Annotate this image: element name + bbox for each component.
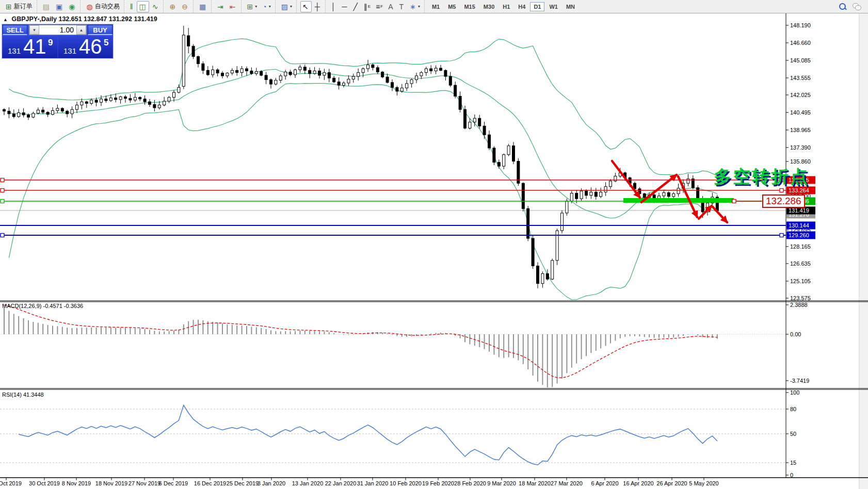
auto-trading-label: 自动交易 bbox=[95, 2, 120, 11]
timeframe-m1-button[interactable]: M1 bbox=[428, 2, 443, 11]
toolbar-group: ▨▾ bbox=[275, 0, 296, 13]
line-chart-mode-icon: ∿ bbox=[152, 3, 158, 10]
chart-annotation-text: 多空转折点 bbox=[714, 165, 809, 189]
ask-price-display[interactable]: 131 46 5 bbox=[58, 36, 112, 58]
chart-profiles-icon: ▤ bbox=[43, 3, 50, 10]
bid-big-digits: 41 bbox=[23, 36, 46, 58]
timeframe-h4-button[interactable]: H4 bbox=[515, 2, 529, 11]
svg-text:130.144: 130.144 bbox=[789, 222, 809, 229]
trend-line-icon: ╱ bbox=[353, 3, 357, 10]
chart-period-dropdown-icon[interactable]: ▾ bbox=[269, 4, 271, 9]
timeframe-w1-button[interactable]: W1 bbox=[545, 2, 561, 11]
chart-shift-button[interactable]: ⇤ bbox=[228, 1, 239, 12]
timeframe-m15-button[interactable]: M15 bbox=[460, 2, 478, 11]
svg-text:25 Dec 2019: 25 Dec 2019 bbox=[227, 480, 259, 486]
svg-text:3 Jan 2020: 3 Jan 2020 bbox=[258, 480, 285, 486]
toolbar-group: ◍自动交易 bbox=[80, 0, 123, 13]
volume-decrease-button[interactable]: ▼ bbox=[29, 25, 39, 35]
timeframe-group: M1M5M15M30H1H4D1W1MN bbox=[424, 0, 581, 13]
cursor-icon: ↖ bbox=[302, 3, 309, 10]
auto-trading-button[interactable]: ◍自动交易 bbox=[84, 1, 121, 12]
templates-button[interactable]: ▨▾ bbox=[279, 1, 294, 12]
svg-text:30 Oct 2019: 30 Oct 2019 bbox=[29, 480, 60, 486]
zoom-out-button[interactable]: ⊖ bbox=[180, 1, 191, 12]
new-chart-icon: ⊞ bbox=[247, 3, 253, 10]
timeframe-d1-button[interactable]: D1 bbox=[530, 2, 544, 11]
crosshair-button[interactable]: ┼ bbox=[313, 1, 323, 12]
toolbar-right-icons bbox=[836, 3, 868, 10]
svg-text:137.390: 137.390 bbox=[790, 144, 811, 151]
sell-button[interactable]: SELL bbox=[3, 25, 27, 35]
new-chart-dropdown-icon[interactable]: ▾ bbox=[255, 4, 257, 9]
chart-period-button[interactable]: ◔▾ bbox=[260, 1, 272, 12]
svg-text:0.00: 0.00 bbox=[790, 331, 801, 337]
chart-canvas[interactable]: 148.190146.660145.085143.555142.025140.4… bbox=[0, 0, 868, 489]
timeframe-h1-button[interactable]: H1 bbox=[499, 2, 513, 11]
chart-area[interactable]: 148.190146.660145.085143.555142.025140.4… bbox=[0, 0, 868, 489]
signals-icon: ◉ bbox=[69, 3, 75, 10]
tile-windows-icon: ▦ bbox=[199, 3, 206, 10]
svg-text:138.965: 138.965 bbox=[790, 127, 811, 133]
text-label-button[interactable]: T bbox=[397, 1, 407, 12]
bar-chart-mode-button[interactable]: ‖ bbox=[128, 1, 136, 12]
cursor-button[interactable]: ↖ bbox=[300, 1, 312, 12]
collapse-triangle-icon[interactable]: ▲ bbox=[3, 17, 8, 22]
mt4-window: ⊞新订单▤▣◉◍自动交易‖◫∿⊕⊖▦⇥⇤⊞▾◔▾▨▾↖┼│─╱∥E≡FAT∗▾M… bbox=[0, 0, 868, 489]
templates-dropdown-icon[interactable]: ▾ bbox=[290, 4, 292, 9]
chart-period-icon: ◔ bbox=[262, 3, 266, 10]
candlestick-mode-button[interactable]: ◫ bbox=[137, 1, 149, 12]
svg-text:27 Nov 2019: 27 Nov 2019 bbox=[128, 480, 160, 486]
chart-profiles-button[interactable]: ▤ bbox=[41, 1, 53, 12]
chat-icon[interactable] bbox=[853, 3, 861, 10]
price-level-callout[interactable]: 132.286 bbox=[762, 194, 805, 208]
timeframe-mn-button[interactable]: MN bbox=[562, 2, 578, 11]
horizontal-line-icon: ─ bbox=[342, 3, 347, 10]
search-icon[interactable] bbox=[839, 3, 846, 10]
data-window-icon: ▣ bbox=[56, 3, 62, 10]
fibonacci-button[interactable]: ≡F bbox=[374, 1, 385, 12]
volume-increase-button[interactable]: ▲ bbox=[76, 25, 86, 35]
volume-value[interactable]: 1.00 bbox=[39, 25, 76, 35]
svg-text:142.025: 142.025 bbox=[790, 92, 811, 98]
svg-text:10 Feb 2020: 10 Feb 2020 bbox=[390, 480, 422, 486]
svg-text:125.105: 125.105 bbox=[790, 278, 811, 284]
svg-text:128.165: 128.165 bbox=[790, 243, 811, 250]
vertical-line-icon: │ bbox=[331, 3, 336, 10]
svg-text:22 Jan 2020: 22 Jan 2020 bbox=[325, 480, 357, 486]
arrows-button[interactable]: ∗▾ bbox=[408, 1, 422, 12]
svg-text:-3.7419: -3.7419 bbox=[790, 378, 809, 384]
trend-line-button[interactable]: ╱ bbox=[351, 1, 360, 12]
arrows-dropdown-icon[interactable]: ▾ bbox=[418, 4, 420, 9]
timeframe-m30-button[interactable]: M30 bbox=[480, 2, 498, 11]
svg-text:100: 100 bbox=[790, 389, 799, 396]
timeframe-m5-button[interactable]: M5 bbox=[444, 2, 459, 11]
svg-text:0: 0 bbox=[790, 472, 793, 478]
equidistant-channel-button[interactable]: ∥E bbox=[362, 1, 373, 12]
signals-button[interactable]: ◉ bbox=[67, 1, 78, 12]
equidistant-channel-icon: ∥ bbox=[364, 3, 367, 10]
svg-text:28 Feb 2020: 28 Feb 2020 bbox=[454, 480, 486, 486]
bid-pip-digit: 9 bbox=[48, 38, 53, 48]
toolbar-group: │─╱∥E≡FAT∗▾ bbox=[325, 0, 424, 13]
svg-text:31 Jan 2020: 31 Jan 2020 bbox=[357, 480, 389, 486]
templates-icon: ▨ bbox=[281, 3, 288, 10]
toolbar-group: ⊞新订单 bbox=[0, 0, 37, 13]
bar-chart-mode-icon: ‖ bbox=[130, 3, 133, 10]
text-button[interactable]: A bbox=[386, 1, 396, 12]
new-order-button[interactable]: ⊞新订单 bbox=[4, 1, 35, 12]
auto-scroll-button[interactable]: ⇥ bbox=[215, 1, 227, 12]
zoom-in-button[interactable]: ⊕ bbox=[167, 1, 179, 12]
bid-price-display[interactable]: 131 41 9 bbox=[3, 36, 57, 58]
horizontal-line-button[interactable]: ─ bbox=[340, 1, 350, 12]
svg-text:5 May 2020: 5 May 2020 bbox=[689, 480, 718, 486]
tile-windows-button[interactable]: ▦ bbox=[197, 1, 209, 12]
line-chart-mode-button[interactable]: ∿ bbox=[150, 1, 162, 12]
bid-prefix: 131 bbox=[8, 46, 21, 55]
data-window-button[interactable]: ▣ bbox=[54, 1, 66, 12]
buy-button[interactable]: BUY bbox=[88, 25, 112, 35]
vertical-line-button[interactable]: │ bbox=[329, 1, 339, 12]
svg-text:19 Feb 2020: 19 Feb 2020 bbox=[422, 480, 454, 486]
svg-text:145.085: 145.085 bbox=[790, 57, 811, 63]
new-chart-button[interactable]: ⊞▾ bbox=[245, 1, 260, 12]
one-click-trading-panel: SELL ▼ 1.00 ▲ BUY 131 41 9 131 46 5 bbox=[2, 24, 114, 59]
